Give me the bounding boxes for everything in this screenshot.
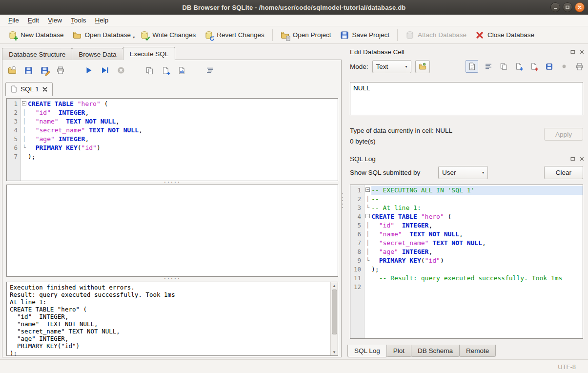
scroll-up-icon[interactable]: ▲: [331, 282, 338, 289]
export-sql-button[interactable]: [161, 65, 170, 75]
menu-file[interactable]: File: [4, 15, 23, 25]
statusbar: UTF-8: [0, 359, 588, 373]
import-from-file-button[interactable]: [415, 60, 430, 73]
scrollbar[interactable]: ▲ ▼: [330, 282, 338, 355]
copy-cell-button[interactable]: [499, 61, 508, 72]
scrollbar-thumb[interactable]: [332, 290, 337, 334]
revert-changes-button[interactable]: Revert Changes: [200, 29, 269, 41]
export-cell-button[interactable]: [529, 61, 539, 72]
cell-size-info: 0 byte(s): [350, 138, 376, 145]
tab-execute-sql[interactable]: Execute SQL: [123, 47, 176, 60]
open-database-icon: [73, 31, 81, 40]
code-line: 4−CREATE TABLE "hero" (: [350, 212, 583, 221]
tab-browse-data[interactable]: Browse Data: [72, 48, 123, 60]
save-cell-icon: [546, 63, 553, 70]
menu-help[interactable]: Help: [91, 15, 113, 25]
text-mode-button[interactable]: [466, 60, 478, 73]
close-database-button[interactable]: Close Database: [471, 29, 539, 41]
code-line: 4│ "secret_name" TEXT NOT NULL,: [7, 126, 338, 135]
vertical-splitter[interactable]: ·····: [342, 45, 345, 357]
edit-cell-dock-header: Edit Database Cell: [350, 47, 585, 57]
write-changes-icon: [140, 31, 149, 40]
close-icon: [577, 5, 582, 10]
maximize-button[interactable]: [563, 2, 572, 12]
align-left-button[interactable]: [484, 61, 493, 72]
close-tab-icon[interactable]: [42, 87, 47, 92]
toolbar-separator: [272, 29, 273, 41]
save-project-icon: [340, 31, 349, 40]
print-cell-button[interactable]: [574, 61, 584, 72]
new-database-button[interactable]: New Database: [4, 29, 68, 41]
output-line: "name" TEXT NOT NULL,: [10, 320, 327, 328]
tab-database-structure[interactable]: Database Structure: [2, 48, 72, 60]
code-line: 10);: [350, 265, 583, 274]
dock-tab-db-schema[interactable]: DB Schema: [411, 345, 460, 357]
execute-all-button[interactable]: [84, 65, 94, 75]
fold-marker-icon: −: [364, 212, 371, 221]
code-line: 2│--: [350, 195, 583, 204]
code-line: 7│ "secret_name" TEXT NOT NULL,: [350, 239, 583, 248]
copy-button[interactable]: [144, 65, 154, 75]
write-changes-button[interactable]: Write Changes: [136, 29, 200, 41]
mode-select[interactable]: Text ▾: [372, 60, 411, 73]
code-line: 8│ "age" INTEGER,: [350, 248, 583, 256]
document-icon: [11, 85, 17, 93]
sql-code-editor[interactable]: 1−CREATE TABLE "hero" (2│ "id" INTEGER,3…: [6, 98, 338, 181]
mode-label: Mode:: [350, 63, 368, 70]
output-line: PRIMARY KEY("id"): [10, 342, 327, 350]
cell-type-info: Type of data currently in cell: NULL: [350, 127, 452, 134]
window-controls: [550, 2, 585, 12]
import-cell-button[interactable]: [514, 61, 524, 72]
stop-icon: [117, 66, 125, 75]
menu-edit[interactable]: Edit: [23, 15, 43, 25]
open-sql-file-button[interactable]: [7, 65, 17, 75]
dock-close-icon[interactable]: [579, 156, 585, 162]
sql-tab-sql1[interactable]: SQL 1: [5, 82, 53, 96]
menu-view[interactable]: View: [43, 15, 66, 25]
format-sql-button[interactable]: [205, 65, 215, 75]
float-icon[interactable]: [569, 49, 576, 55]
query-results-pane[interactable]: [6, 185, 338, 277]
output-line: At line 1:: [10, 298, 327, 306]
open-database-caret-icon[interactable]: ▾: [133, 35, 135, 40]
minimize-icon: [553, 5, 558, 10]
minimize-button[interactable]: [550, 2, 560, 12]
export-cell-icon: [530, 62, 538, 70]
scroll-down-icon[interactable]: ▼: [331, 349, 338, 355]
toolbar-separator: [397, 29, 398, 41]
format-sql-icon: [205, 66, 214, 75]
horizontal-splitter[interactable]: ·····: [6, 277, 338, 281]
dock-tab-sql-log[interactable]: SQL Log: [347, 345, 387, 357]
stop-button[interactable]: [116, 65, 126, 75]
execute-sql-panel: ab SQL 1 1−CREATE TABLE "hero" (2│ "id" …: [2, 60, 342, 357]
apply-button[interactable]: Apply: [544, 128, 583, 141]
titlebar[interactable]: DB Browser for SQLite - /home/user/code/…: [0, 0, 588, 15]
save-sql-file-as-icon: [41, 66, 49, 75]
save-sql-file-button[interactable]: [23, 65, 33, 75]
close-button[interactable]: [575, 2, 585, 12]
submitted-by-select[interactable]: User ▾: [438, 166, 488, 179]
save-project-button[interactable]: Save Project: [336, 29, 394, 41]
save-sql-file-as-button[interactable]: [40, 65, 49, 75]
menu-tools[interactable]: Tools: [66, 15, 91, 25]
dock-tab-plot[interactable]: Plot: [386, 345, 411, 357]
maximize-icon: [565, 5, 570, 10]
open-project-button[interactable]: Open Project: [276, 29, 336, 41]
execute-current-line-icon: [101, 66, 109, 75]
sql-log-viewer[interactable]: 1−-- EXECUTING ALL IN 'SQL 1'2│--3└-- At…: [350, 185, 583, 339]
execute-current-line-button[interactable]: [100, 65, 110, 75]
find-replace-button[interactable]: ab: [177, 65, 186, 75]
dock-tab-remote[interactable]: Remote: [459, 345, 496, 357]
horizontal-splitter[interactable]: ·····: [6, 181, 338, 185]
code-line: 12: [350, 283, 583, 291]
clear-log-button[interactable]: Clear: [544, 166, 583, 179]
save-cell-button[interactable]: [544, 61, 554, 72]
print-sql-button[interactable]: [56, 65, 65, 75]
open-database-button[interactable]: Open Database: [68, 29, 136, 41]
set-null-icon: [561, 63, 567, 69]
cell-value-editor[interactable]: NULL: [350, 82, 583, 115]
set-null-button[interactable]: [559, 61, 569, 72]
encoding-indicator[interactable]: UTF-8: [558, 363, 576, 371]
dock-close-icon[interactable]: [579, 49, 585, 55]
float-icon[interactable]: [569, 156, 576, 162]
